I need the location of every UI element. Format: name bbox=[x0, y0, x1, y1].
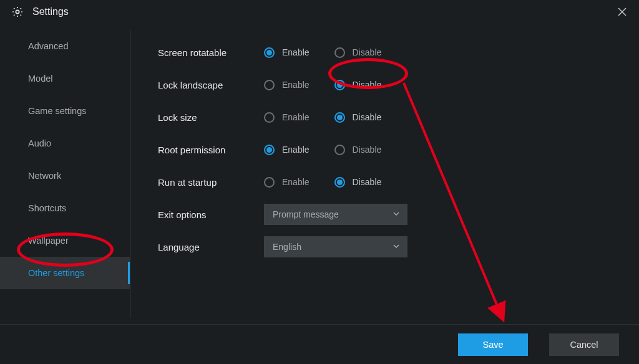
radio-circle-icon bbox=[334, 80, 345, 90]
radio-circle-icon bbox=[334, 47, 345, 58]
radio-label: Disable bbox=[353, 112, 382, 122]
setting-row-root-permission: Root permissionEnableDisable bbox=[158, 133, 639, 166]
radio-run-at-startup-enable[interactable]: Enable bbox=[264, 177, 310, 188]
titlebar: Settings bbox=[0, 0, 639, 24]
radio-circle-icon bbox=[334, 112, 345, 123]
sidebar-item-shortcuts[interactable]: Shortcuts bbox=[0, 192, 130, 224]
sidebar-item-label: Other settings bbox=[28, 268, 84, 278]
sidebar-item-advanced[interactable]: Advanced bbox=[0, 30, 130, 62]
window-title: Settings bbox=[32, 6, 69, 17]
radio-circle-icon bbox=[264, 177, 275, 188]
sidebar-item-audio[interactable]: Audio bbox=[0, 127, 130, 160]
radio-root-permission-enable[interactable]: Enable bbox=[264, 145, 310, 155]
radio-label: Enable bbox=[282, 80, 310, 90]
radio-label: Enable bbox=[282, 145, 310, 155]
select-value: Prompt message bbox=[273, 209, 339, 219]
radio-group: EnableDisable bbox=[264, 145, 381, 155]
sidebar: AdvancedModelGame settingsAudioNetworkSh… bbox=[0, 24, 130, 324]
radio-lock-size-enable[interactable]: Enable bbox=[264, 112, 310, 123]
content-pane: Screen rotatableEnableDisableLock landsc… bbox=[130, 24, 639, 324]
save-button[interactable]: Save bbox=[458, 333, 528, 356]
radio-screen-rotatable-enable[interactable]: Enable bbox=[264, 47, 310, 58]
setting-label: Screen rotatable bbox=[158, 47, 264, 58]
sidebar-item-label: Shortcuts bbox=[28, 203, 66, 213]
radio-group: EnableDisable bbox=[264, 80, 381, 90]
sidebar-item-other-settings[interactable]: Other settings bbox=[0, 257, 130, 289]
radio-label: Enable bbox=[282, 112, 310, 122]
body: AdvancedModelGame settingsAudioNetworkSh… bbox=[0, 24, 639, 324]
radio-lock-size-disable[interactable]: Disable bbox=[334, 112, 382, 123]
radio-lock-landscape-enable[interactable]: Enable bbox=[264, 80, 310, 90]
footer: Save Cancel bbox=[0, 324, 639, 364]
sidebar-item-label: Advanced bbox=[28, 41, 69, 51]
radio-run-at-startup-disable[interactable]: Disable bbox=[334, 177, 382, 188]
radio-circle-icon bbox=[334, 145, 345, 155]
sidebar-item-label: Game settings bbox=[28, 106, 87, 116]
radio-label: Enable bbox=[282, 47, 310, 57]
gear-icon bbox=[11, 6, 24, 18]
radio-lock-landscape-disable[interactable]: Disable bbox=[334, 80, 382, 90]
select-language[interactable]: English bbox=[264, 236, 407, 257]
radio-group: EnableDisable bbox=[264, 112, 381, 123]
setting-label: Lock size bbox=[158, 112, 264, 123]
sidebar-item-label: Audio bbox=[28, 138, 51, 148]
setting-label: Lock landscape bbox=[158, 80, 264, 90]
radio-group: EnableDisable bbox=[264, 47, 381, 58]
radio-label: Disable bbox=[353, 47, 382, 57]
sidebar-item-label: Wallpaper bbox=[28, 236, 69, 246]
radio-screen-rotatable-disable[interactable]: Disable bbox=[334, 47, 382, 58]
setting-row-lock-size: Lock sizeEnableDisable bbox=[158, 101, 639, 133]
settings-window: Settings AdvancedModelGame settingsAudio… bbox=[0, 0, 639, 364]
svg-point-0 bbox=[16, 10, 19, 13]
chevron-down-icon bbox=[393, 209, 400, 219]
radio-circle-icon bbox=[334, 177, 345, 188]
sidebar-item-game-settings[interactable]: Game settings bbox=[0, 95, 130, 127]
sidebar-item-wallpaper[interactable]: Wallpaper bbox=[0, 224, 130, 257]
select-exit-options[interactable]: Prompt message bbox=[264, 204, 407, 225]
setting-label: Language bbox=[158, 242, 264, 252]
radio-group: EnableDisable bbox=[264, 177, 381, 188]
setting-row-exit-options: Exit optionsPrompt message bbox=[158, 198, 639, 231]
radio-circle-icon bbox=[264, 47, 275, 58]
radio-circle-icon bbox=[264, 80, 275, 90]
close-button[interactable] bbox=[613, 2, 632, 21]
radio-label: Enable bbox=[282, 177, 310, 187]
setting-label: Run at startup bbox=[158, 177, 264, 188]
sidebar-item-label: Model bbox=[28, 74, 53, 84]
sidebar-item-model[interactable]: Model bbox=[0, 62, 130, 95]
radio-root-permission-disable[interactable]: Disable bbox=[334, 145, 382, 155]
radio-circle-icon bbox=[264, 145, 275, 155]
setting-row-lock-landscape: Lock landscapeEnableDisable bbox=[158, 69, 639, 101]
select-value: English bbox=[273, 242, 301, 252]
sidebar-item-label: Network bbox=[28, 171, 61, 181]
cancel-button[interactable]: Cancel bbox=[549, 333, 619, 356]
setting-row-screen-rotatable: Screen rotatableEnableDisable bbox=[158, 36, 639, 69]
setting-label: Exit options bbox=[158, 209, 264, 220]
radio-label: Disable bbox=[353, 80, 382, 90]
radio-label: Disable bbox=[353, 145, 382, 155]
setting-row-run-at-startup: Run at startupEnableDisable bbox=[158, 166, 639, 198]
radio-label: Disable bbox=[353, 177, 382, 187]
radio-circle-icon bbox=[264, 112, 275, 123]
setting-label: Root permission bbox=[158, 145, 264, 155]
chevron-down-icon bbox=[393, 242, 400, 252]
sidebar-item-network[interactable]: Network bbox=[0, 160, 130, 192]
setting-row-language: LanguageEnglish bbox=[158, 231, 639, 263]
